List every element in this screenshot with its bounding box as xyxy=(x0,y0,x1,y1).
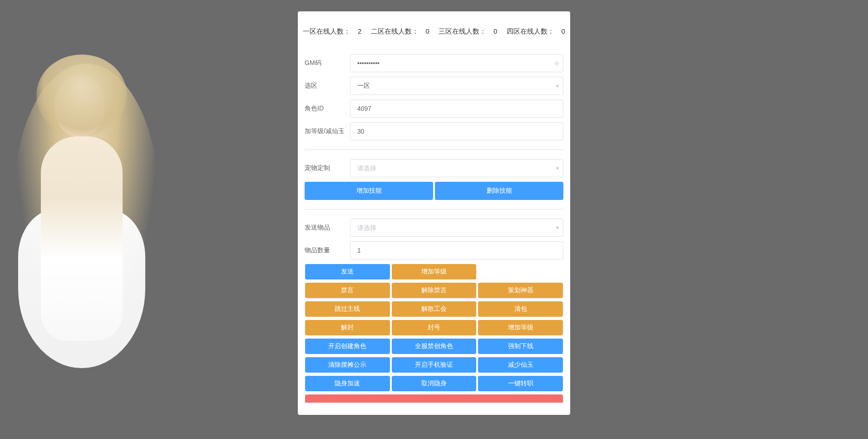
unmute-button[interactable]: 解除禁言 xyxy=(392,283,477,298)
ban-button[interactable]: 封号 xyxy=(392,320,477,335)
force-offline-button[interactable]: 强制下线 xyxy=(478,339,563,354)
zone-select[interactable] xyxy=(350,77,563,95)
send-button[interactable]: 发送 xyxy=(305,264,390,279)
clear-stall-button[interactable]: 清除摆摊公示 xyxy=(305,357,390,373)
divider xyxy=(305,150,563,150)
item-qty-input[interactable] xyxy=(350,241,563,259)
skip-main-button[interactable]: 跳过主线 xyxy=(305,301,390,317)
add-level-button[interactable]: 增加等级 xyxy=(392,264,477,279)
disband-guild-button[interactable]: 解散工会 xyxy=(392,301,477,317)
send-item-select[interactable] xyxy=(350,219,563,237)
one-key-transfer-button[interactable]: 一键转职 xyxy=(478,376,563,391)
clear-bag-button[interactable]: 清包 xyxy=(478,301,563,317)
mute-button[interactable]: 禁言 xyxy=(305,283,390,298)
zone2-label: 二区在线人数： xyxy=(371,27,419,35)
zone-select-label: 选区 xyxy=(305,82,350,90)
enable-create-button[interactable]: 开启创建角色 xyxy=(305,339,390,354)
enable-phone-verify-button[interactable]: 开启手机验证 xyxy=(392,357,477,373)
zone1-value: 2 xyxy=(358,27,361,35)
send-item-label: 发送物品 xyxy=(305,224,350,232)
level-label: 加等级/减仙玉 xyxy=(305,127,350,135)
online-stats-header: 一区在线人数：2 二区在线人数：0 三区在线人数：0 四区在线人数：0 xyxy=(298,20,570,47)
danger-action-button[interactable] xyxy=(305,394,563,403)
zone4-value: 0 xyxy=(562,27,565,35)
cancel-stealth-button[interactable]: 取消隐身 xyxy=(392,376,477,391)
divider xyxy=(305,209,563,210)
zone3-label: 三区在线人数： xyxy=(439,27,486,35)
role-id-input[interactable] xyxy=(350,100,563,118)
plan-weapon-button[interactable]: 策划神器 xyxy=(478,283,563,298)
gm-code-label: GM码 xyxy=(305,59,350,67)
disable-create-all-button[interactable]: 全服禁创角色 xyxy=(392,339,477,354)
pet-custom-label: 宠物定制 xyxy=(305,164,350,172)
add-level2-button[interactable]: 增加等级 xyxy=(478,320,563,335)
zone2-value: 0 xyxy=(426,27,429,35)
role-id-label: 角色ID xyxy=(305,105,350,113)
gm-code-input[interactable] xyxy=(350,54,563,72)
pet-select[interactable] xyxy=(350,159,563,177)
item-qty-label: 物品数量 xyxy=(305,246,350,254)
background-character-illustration xyxy=(0,36,173,354)
zone3-value: 0 xyxy=(493,27,497,35)
stealth-speed-button[interactable]: 隐身加速 xyxy=(305,376,390,391)
level-input[interactable] xyxy=(350,122,563,140)
reduce-jade-button[interactable]: 减少仙玉 xyxy=(478,357,563,373)
delete-skill-button[interactable]: 删除技能 xyxy=(435,182,563,200)
add-skill-button[interactable]: 增加技能 xyxy=(305,182,433,200)
zone4-label: 四区在线人数： xyxy=(507,27,554,35)
zone1-label: 一区在线人数： xyxy=(303,27,350,35)
unban-button[interactable]: 解封 xyxy=(305,320,390,335)
